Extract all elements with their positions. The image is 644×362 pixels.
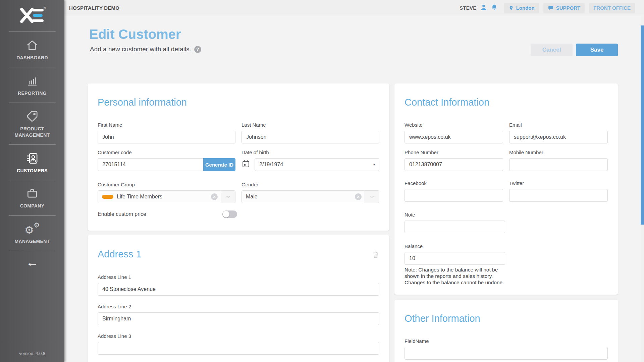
gears-icon: ⚙ ⚙ <box>24 222 40 236</box>
chevron-down-icon[interactable] <box>365 191 379 203</box>
sidebar-item-label: CUSTOMERS <box>17 168 48 174</box>
personal-information-heading: Personal information <box>98 97 379 108</box>
cancel-button[interactable]: Cancel <box>531 44 573 56</box>
fieldname-input[interactable] <box>405 347 608 360</box>
chevron-down-icon[interactable] <box>221 191 235 203</box>
notifications-bell-icon[interactable] <box>491 4 498 12</box>
help-icon[interactable]: ? <box>194 46 201 53</box>
customer-code-input[interactable] <box>98 158 203 171</box>
support-label: SUPPORT <box>556 5 581 11</box>
app-title: HOSPITALITY DEMO <box>69 5 119 11</box>
address-line-2-label: Address Line 2 <box>98 304 379 309</box>
gender-value: Male <box>246 194 355 200</box>
support-button[interactable]: SUPPORT <box>543 3 585 13</box>
page-subtitle: Add a new customer with all details. <box>90 46 191 53</box>
address-line-2-input[interactable] <box>98 312 379 325</box>
clear-icon[interactable]: × <box>355 193 362 200</box>
sidebar: ® DASHBOARD REPORTING PRODUCT MANAGEMENT <box>0 0 64 362</box>
clear-icon[interactable]: × <box>211 193 218 200</box>
last-name-input[interactable] <box>241 131 379 143</box>
personal-information-card: Personal information First Name Last Nam… <box>88 83 389 231</box>
scrollbar-track[interactable] <box>641 16 644 362</box>
page-title: Edit Customer <box>89 27 181 42</box>
tag-icon <box>26 110 39 123</box>
toggle-knob <box>223 211 229 218</box>
sidebar-item-customers[interactable]: CUSTOMERS <box>0 145 64 180</box>
topbar: HOSPITALITY DEMO STEVE London <box>64 0 644 16</box>
note-label: Note <box>405 212 608 218</box>
briefcase-icon <box>26 187 39 200</box>
date-of-birth-input[interactable] <box>255 158 379 171</box>
email-input[interactable] <box>509 131 608 143</box>
address-line-3-label: Address Line 3 <box>98 333 379 339</box>
location-pin-icon <box>508 5 514 11</box>
enable-custom-price-label: Enable custom price <box>98 211 222 217</box>
sidebar-item-dashboard[interactable]: DASHBOARD <box>0 32 64 67</box>
main-content: Edit Customer Add a new customer with al… <box>64 16 644 362</box>
sidebar-item-company[interactable]: COMPANY <box>0 180 64 215</box>
front-office-label: FRONT OFFICE <box>593 5 631 11</box>
arrow-left-icon: ← <box>26 255 39 269</box>
email-label: Email <box>509 122 608 128</box>
address-1-card: Address 1 Address Line 1 Address Line 2 … <box>88 235 389 362</box>
phone-number-label: Phone Number <box>405 149 503 155</box>
address-line-3-input[interactable] <box>98 342 379 355</box>
user-name: STEVE <box>460 5 477 11</box>
version-text: version: 4.0.8 <box>19 351 45 362</box>
home-icon <box>26 39 39 52</box>
sidebar-item-label: COMPANY <box>20 203 45 209</box>
website-label: Website <box>405 122 503 128</box>
fieldname-label: FieldName <box>405 338 608 344</box>
collapse-sidebar-button[interactable]: ← <box>26 256 39 268</box>
registered-mark: ® <box>44 6 46 10</box>
calendar-icon[interactable] <box>241 160 250 170</box>
sidebar-item-management[interactable]: ⚙ ⚙ MANAGEMENT <box>0 216 64 251</box>
location-button[interactable]: London <box>504 3 539 13</box>
gender-label: Gender <box>241 182 379 187</box>
enable-custom-price-toggle[interactable] <box>222 210 237 218</box>
customer-code-label: Customer code <box>98 149 235 155</box>
sidebar-item-reporting[interactable]: REPORTING <box>0 67 64 103</box>
address-1-heading: Address 1 <box>98 249 142 260</box>
scrollbar-thumb[interactable] <box>641 25 644 225</box>
balance-input[interactable] <box>405 252 505 265</box>
facebook-label: Facebook <box>405 180 503 186</box>
divider <box>9 251 56 251</box>
website-input[interactable] <box>405 131 503 143</box>
chat-bubble-icon <box>548 5 554 11</box>
sidebar-item-label: MANAGEMENT <box>15 238 50 245</box>
customer-group-label: Customer Group <box>98 182 235 187</box>
contact-information-heading: Contact Information <box>405 97 608 108</box>
gender-select[interactable]: Male × <box>241 190 379 203</box>
contact-card-icon <box>25 152 39 165</box>
date-of-birth-label: Date of birth <box>241 149 379 155</box>
save-button[interactable]: Save <box>576 44 618 56</box>
xe-logo: ® <box>18 0 46 32</box>
twitter-input[interactable] <box>509 189 608 202</box>
sidebar-item-label: REPORTING <box>18 90 47 97</box>
phone-number-input[interactable] <box>405 158 503 171</box>
contact-information-card: Contact Information Website Email Phone … <box>394 83 618 295</box>
mobile-number-input[interactable] <box>509 158 608 171</box>
sidebar-item-label: PRODUCT MANAGEMENT <box>7 126 57 138</box>
note-input[interactable] <box>405 221 505 233</box>
bar-chart-icon <box>26 74 39 87</box>
user-icon[interactable] <box>480 4 487 12</box>
sidebar-item-product-management[interactable]: PRODUCT MANAGEMENT <box>0 103 64 144</box>
other-information-heading: Other Information <box>405 313 608 324</box>
first-name-label: First Name <box>98 122 235 128</box>
other-information-card: Other Information FieldName <box>394 300 618 362</box>
customer-group-select[interactable]: Life Time Members × <box>98 190 235 203</box>
generate-id-button[interactable]: Generate ID <box>203 158 235 171</box>
first-name-input[interactable] <box>98 131 235 143</box>
last-name-label: Last Name <box>241 122 379 128</box>
customer-group-value: Life Time Members <box>117 194 211 200</box>
delete-address-trash-icon[interactable] <box>372 251 379 260</box>
address-line-1-input[interactable] <box>98 283 379 296</box>
group-color-swatch <box>102 195 113 199</box>
location-label: London <box>516 5 535 11</box>
twitter-label: Twitter <box>509 180 608 186</box>
front-office-button[interactable]: FRONT OFFICE <box>589 3 635 13</box>
facebook-input[interactable] <box>405 189 503 202</box>
balance-note-text: Note: Changes to the balance will not be… <box>405 266 513 286</box>
